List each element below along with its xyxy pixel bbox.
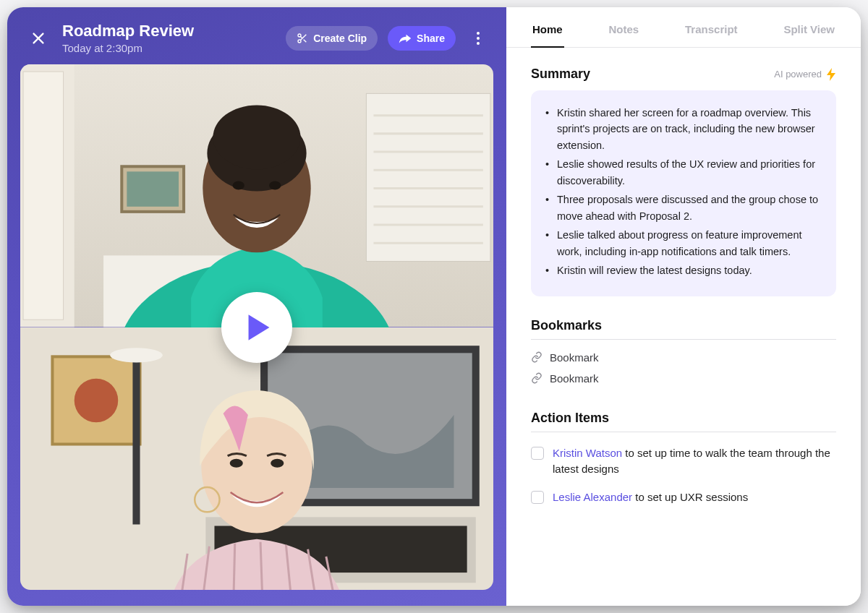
svg-line-39 [234, 543, 235, 590]
video-tile-2 [20, 327, 493, 590]
action-checkbox[interactable] [531, 447, 544, 460]
kebab-icon [477, 32, 480, 45]
play-icon [247, 313, 271, 342]
mention[interactable]: Leslie Alexander [553, 491, 632, 503]
action-items-section: Action Items Kristin Watson to set up ti… [531, 411, 836, 512]
svg-point-45 [230, 458, 243, 467]
bookmark-item[interactable]: Bookmark [531, 347, 836, 368]
summary-bullet: Leslie talked about progress on feature … [545, 227, 820, 260]
link-icon [531, 372, 542, 384]
tab-split-view[interactable]: Split View [783, 23, 835, 47]
action-text: Kristin Watson to set up time to walk th… [553, 445, 836, 478]
svg-point-34 [110, 348, 163, 362]
video-tile-1 [20, 64, 493, 327]
tab-home[interactable]: Home [532, 23, 563, 47]
more-menu-button[interactable] [466, 26, 490, 51]
action-item: Leslie Alexander to set up UXR sessions [531, 484, 836, 512]
ai-powered-label: AI powered [774, 69, 822, 80]
home-panel: Summary AI powered Kristin shared her sc… [506, 48, 861, 606]
app-window: Roadmap Review Today at 2:30pm Create Cl… [7, 7, 861, 606]
play-button[interactable] [221, 292, 292, 363]
share-arrow-icon [399, 33, 412, 43]
svg-point-28 [269, 181, 281, 190]
video-pane: Roadmap Review Today at 2:30pm Create Cl… [7, 7, 506, 606]
svg-point-32 [75, 378, 119, 422]
svg-point-3 [298, 40, 301, 43]
link-icon [531, 351, 542, 363]
summary-title: Summary [531, 67, 590, 82]
svg-rect-19 [23, 72, 64, 320]
mention[interactable]: Kristin Watson [553, 447, 622, 459]
svg-rect-8 [366, 94, 490, 262]
tab-transcript[interactable]: Transcript [685, 23, 738, 47]
close-button[interactable] [25, 25, 52, 52]
scissors-icon [297, 33, 308, 44]
action-checkbox[interactable] [531, 491, 544, 504]
tab-bar: HomeNotesTranscriptSplit View [506, 7, 861, 48]
create-clip-button[interactable]: Create Clip [286, 26, 378, 51]
close-icon [30, 30, 46, 46]
bookmark-item[interactable]: Bookmark [531, 368, 836, 389]
summary-bullet: Leslie showed results of the UX review a… [545, 156, 820, 189]
ai-powered-badge: AI powered [774, 68, 836, 81]
svg-line-6 [301, 36, 303, 38]
share-label: Share [417, 33, 445, 44]
bookmark-label: Bookmark [550, 351, 599, 364]
summary-bullet: Kristin will review the latest designs t… [545, 262, 820, 278]
summary-header: Summary AI powered [531, 67, 836, 82]
lightning-icon [826, 68, 836, 81]
svg-point-27 [233, 181, 244, 190]
svg-line-5 [304, 39, 307, 42]
meeting-time: Today at 2:30pm [62, 42, 276, 54]
summary-bullet: Three proposals were discussed and the g… [545, 192, 820, 224]
share-button[interactable]: Share [388, 26, 456, 51]
action-item: Kristin Watson to set up time to walk th… [531, 440, 836, 484]
svg-rect-21 [127, 172, 179, 207]
meeting-title: Roadmap Review [62, 22, 276, 40]
svg-rect-33 [132, 356, 140, 524]
title-block: Roadmap Review Today at 2:30pm [62, 22, 276, 54]
tab-notes[interactable]: Notes [609, 23, 639, 47]
svg-point-2 [298, 34, 301, 37]
action-items-title: Action Items [531, 411, 836, 432]
svg-point-26 [213, 106, 300, 170]
video-header: Roadmap Review Today at 2:30pm Create Cl… [20, 20, 493, 64]
detail-pane: HomeNotesTranscriptSplit View Summary AI… [506, 7, 861, 606]
action-text: Leslie Alexander to set up UXR sessions [553, 489, 748, 506]
bookmarks-section: Bookmarks BookmarkBookmark [531, 318, 836, 389]
bookmarks-title: Bookmarks [531, 318, 836, 340]
summary-bullet: Kristin shared her screen for a roadmap … [545, 105, 820, 153]
summary-box: Kristin shared her screen for a roadmap … [531, 90, 836, 296]
bookmark-label: Bookmark [550, 372, 599, 385]
video-grid [20, 64, 493, 590]
svg-point-46 [271, 458, 284, 467]
create-clip-label: Create Clip [313, 33, 367, 44]
